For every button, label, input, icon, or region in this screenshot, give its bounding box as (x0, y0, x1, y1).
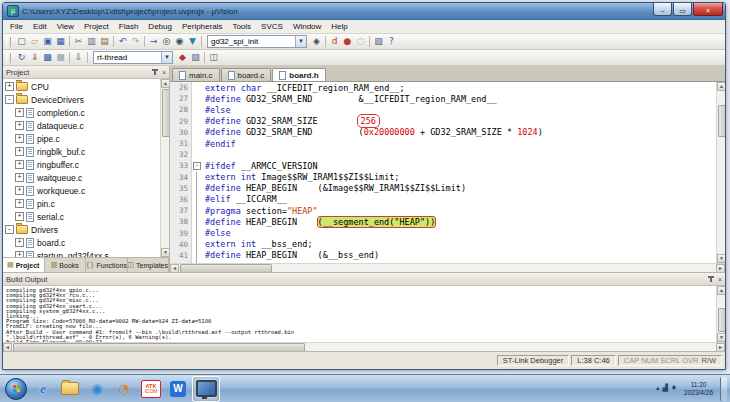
undo-icon[interactable]: ↶ (116, 35, 129, 48)
uvision-taskbar-icon[interactable] (192, 376, 220, 402)
scrollbar-thumb[interactable] (162, 89, 169, 137)
copy-icon[interactable]: ▥ (85, 35, 98, 48)
pin-icon[interactable] (708, 276, 714, 283)
code-area[interactable]: 26extern char __ICFEDIT_region_RAM_end__… (170, 82, 725, 263)
start-stop-debug-icon[interactable]: d (328, 35, 341, 48)
tree-item-ringblk_buf.c[interactable]: +ringblk_buf.c (3, 145, 169, 158)
menu-view[interactable]: View (52, 22, 79, 31)
project-tree-scrollbar[interactable]: ▲ ▼ (160, 79, 169, 257)
scroll-down-arrow[interactable]: ▼ (161, 248, 169, 257)
paste-icon[interactable]: ▤ (98, 35, 111, 48)
tree-item-serial.c[interactable]: +serial.c (3, 210, 169, 223)
tray-expand-icon[interactable]: ▴ (656, 385, 660, 392)
tray-volume-icon[interactable]: ♦ (671, 385, 677, 392)
menu-file[interactable]: File (5, 22, 28, 31)
build-output-horizontal-scrollbar[interactable]: ◄ ► (3, 342, 725, 351)
find-in-files-icon[interactable]: ◉ (173, 35, 186, 48)
close-icon[interactable]: × (718, 276, 722, 283)
tree-item-pipe.c[interactable]: +pipe.c (3, 132, 169, 145)
panel-tab-functions[interactable]: {}Functions (86, 258, 128, 272)
expand-box[interactable]: + (15, 134, 24, 143)
expand-box[interactable]: + (15, 147, 24, 156)
menu-project[interactable]: Project (79, 22, 114, 31)
scrollbar-thumb[interactable] (718, 105, 726, 137)
manage-pack-icon[interactable]: ◫ (207, 51, 220, 64)
media-player-taskbar-icon[interactable]: ◉ (84, 377, 110, 401)
new-file-icon[interactable]: ▢ (15, 35, 28, 48)
breakpoint-icon[interactable]: ● (341, 35, 354, 48)
tree-item-startup_gd32f4xx.s[interactable]: +startup_gd32f4xx.s (3, 249, 169, 257)
expand-box[interactable]: + (5, 82, 14, 91)
expand-box[interactable]: + (15, 238, 24, 247)
stop-build-icon[interactable]: ■ (54, 51, 67, 64)
tree-item-pin.c[interactable]: +pin.c (3, 197, 169, 210)
tree-item-CPU[interactable]: +CPU (3, 80, 169, 93)
panel-tab-books[interactable]: ▥Books (45, 258, 87, 272)
redo-icon[interactable]: ↷ (129, 35, 142, 48)
wps-taskbar-icon[interactable]: W (165, 377, 191, 401)
bookmark-icon[interactable]: ▼ (186, 35, 199, 48)
target-options-icon[interactable]: ◆ (176, 51, 189, 64)
fold-marker[interactable] (192, 160, 201, 171)
code-view[interactable]: 26extern char __ICFEDIT_region_RAM_end__… (170, 82, 716, 263)
chevron-down-icon[interactable]: ▼ (295, 36, 306, 47)
file-extensions-icon[interactable]: ▨ (189, 51, 202, 64)
expand-box[interactable]: + (15, 108, 24, 117)
title-bar[interactable]: µ C:\Users\XYZ\Desktop\1\dist\project\pr… (3, 3, 725, 20)
expand-box[interactable]: + (15, 121, 24, 130)
expand-box[interactable]: + (15, 173, 24, 182)
editor-tab-board.h[interactable]: board.h (272, 68, 325, 81)
expand-box[interactable]: - (5, 95, 14, 104)
menu-flash[interactable]: Flash (114, 22, 144, 31)
window-layout-icon[interactable]: ▧ (372, 35, 385, 48)
download-icon[interactable]: ⇩ (72, 51, 85, 64)
expand-box[interactable]: + (15, 251, 24, 257)
show-desktop-button[interactable] (720, 377, 727, 401)
build-output-vertical-scrollbar[interactable]: ▲ ▼ (716, 286, 725, 342)
editor-tab-board.c[interactable]: board.c (221, 68, 272, 81)
kill-breakpoints-icon[interactable]: ◌ (354, 35, 367, 48)
pin-icon[interactable] (152, 69, 158, 76)
tree-item-ringbuffer.c[interactable]: +ringbuffer.c (3, 158, 169, 171)
tray-network-icon[interactable]: ▟ (662, 385, 667, 392)
scroll-up-arrow[interactable]: ▲ (717, 286, 726, 295)
find-icon[interactable]: ◎ (160, 35, 173, 48)
save-icon[interactable]: ▣ (41, 35, 54, 48)
scroll-down-arrow[interactable]: ▼ (717, 333, 726, 342)
taskbar-clock[interactable]: 11:20 2023/4/26 (684, 381, 713, 396)
tree-item-workqueue.c[interactable]: +workqueue.c (3, 184, 169, 197)
rebuild-icon[interactable]: ▩ (41, 51, 54, 64)
translate-icon[interactable]: ↻ (15, 51, 28, 64)
tree-item-Drivers[interactable]: -Drivers (3, 223, 169, 236)
menu-window[interactable]: Window (288, 22, 326, 31)
scroll-up-arrow[interactable]: ▲ (161, 79, 169, 88)
editor-vertical-scrollbar[interactable]: ▲ ▼ (716, 82, 725, 263)
tree-item-board.c[interactable]: +board.c (3, 236, 169, 249)
editor-horizontal-scrollbar[interactable]: ◄ ► (170, 263, 725, 272)
scroll-up-arrow[interactable]: ▲ (717, 82, 726, 91)
open-file-icon[interactable]: ▱ (28, 35, 41, 48)
editor-tab-main.c[interactable]: main.c (172, 68, 220, 81)
panel-tab-project[interactable]: ▤Project (3, 258, 45, 272)
close-icon[interactable]: × (162, 69, 166, 76)
help-icon[interactable]: ? (385, 35, 398, 48)
scrollbar-thumb[interactable] (718, 308, 726, 332)
xcom-taskbar-icon[interactable]: ATKICOM (138, 377, 164, 401)
close-button[interactable]: × (693, 3, 723, 16)
find-next-icon[interactable]: ◈ (310, 35, 323, 48)
explorer-taskbar-icon[interactable] (57, 377, 83, 401)
ie-taskbar-icon[interactable]: e (30, 377, 56, 401)
expand-box[interactable]: + (15, 199, 24, 208)
tree-item-completion.c[interactable]: +completion.c (3, 106, 169, 119)
expand-box[interactable]: - (5, 225, 14, 234)
maximize-button[interactable]: ▭ (673, 3, 692, 16)
panel-tab-templates[interactable]: ◫Templates (128, 258, 170, 272)
cut-icon[interactable]: ✂ (72, 35, 85, 48)
tree-item-DeviceDrivers[interactable]: -DeviceDrivers (3, 93, 169, 106)
expand-box[interactable]: + (15, 212, 24, 221)
minimize-button[interactable]: – (653, 3, 672, 16)
chevron-down-icon[interactable]: ▼ (161, 52, 172, 63)
menu-tools[interactable]: Tools (227, 22, 256, 31)
browser-taskbar-icon[interactable]: ◔ (111, 377, 137, 401)
menu-edit[interactable]: Edit (28, 22, 52, 31)
